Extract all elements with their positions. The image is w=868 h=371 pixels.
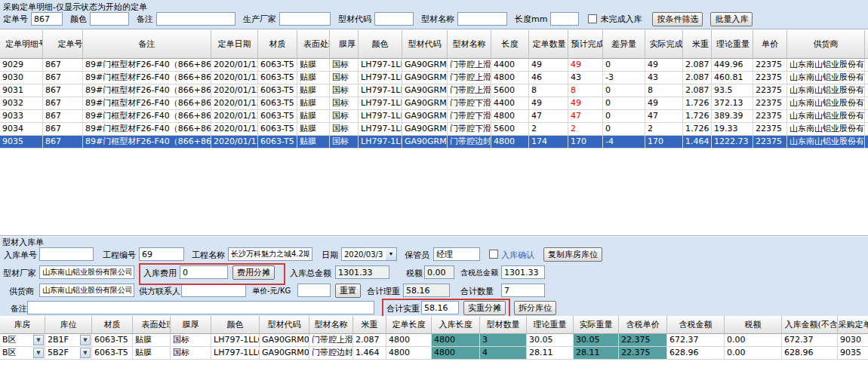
cell: 22375 (753, 72, 787, 84)
project-no-input[interactable] (139, 247, 184, 261)
column-header[interactable]: 材质 (92, 316, 133, 334)
column-header[interactable]: 供货商 (787, 30, 865, 59)
column-header[interactable]: 型材名称 (309, 316, 353, 334)
column-header[interactable]: 差异量 (603, 30, 645, 59)
column-header[interactable]: 型材名称 (448, 30, 491, 59)
filter-profile-name-label: 型材名称 (421, 14, 454, 25)
column-header[interactable]: 定单明细号 (0, 30, 43, 59)
cell: 22375 (753, 123, 787, 136)
table-row[interactable]: B区▼2B1F▼6063-T5贴膜国标LH797-1LL0GA90GRM03门带… (0, 334, 868, 347)
cell: 0 (603, 110, 645, 123)
actual-weight-total-input[interactable] (421, 301, 459, 314)
remark-input[interactable] (27, 301, 374, 314)
column-header[interactable]: 定单号 (43, 30, 83, 59)
table-row[interactable]: 903186789#门框型材F26-F40（866+867）2020/01/13… (0, 84, 868, 97)
filter-length-input[interactable] (550, 12, 579, 26)
table-row[interactable]: 903386789#门框型材F26-F40（866+867）2020/01/13… (0, 110, 868, 123)
total-count-input[interactable] (501, 284, 545, 297)
column-header[interactable]: 预计完成 (568, 30, 603, 59)
column-header[interactable]: 理论重量 (527, 316, 574, 334)
actual-weight-share-button[interactable]: 实重分摊 (463, 301, 506, 315)
cell: 1222.73 (712, 136, 753, 149)
table-row[interactable]: B区▼5B2F▼6063-T5贴膜国标LH797-1LL0GA90GRM05门带… (0, 347, 868, 360)
column-header[interactable]: 采购定单行号 (838, 316, 868, 334)
keeper-input[interactable] (433, 247, 480, 261)
unfinished-inbound-checkbox[interactable] (588, 14, 597, 23)
cell: 89#门框型材F26-F40（866+867） (83, 136, 211, 149)
column-header[interactable]: 米重 (683, 30, 712, 59)
cell: 0 (603, 59, 645, 72)
table-row[interactable]: 903286789#门框型材F26-F40（866+867）2020/01/13… (0, 97, 868, 110)
filter-remark-input[interactable] (156, 12, 235, 26)
fee-input[interactable] (180, 265, 228, 279)
column-header[interactable]: 材质 (258, 30, 297, 59)
tax-total-input[interactable] (501, 265, 545, 279)
inbound-form-row-4: 备注 合计实重 实重分摊 拆分库位 (0, 301, 868, 316)
project-name-input[interactable] (228, 247, 312, 261)
column-header[interactable]: 颜色 (359, 30, 402, 59)
column-header[interactable]: 型材数量 (480, 316, 527, 334)
column-header[interactable]: 膜厚 (171, 316, 211, 334)
table-row[interactable]: 903486789#门框型材F26-F40（866+867）2020/01/13… (0, 123, 868, 136)
column-header[interactable]: 型材代码 (402, 30, 448, 59)
column-header[interactable]: 单价 (753, 30, 787, 59)
column-header[interactable]: 实际重量 (574, 316, 619, 334)
split-location-button[interactable]: 拆分库位 (514, 301, 556, 315)
column-header[interactable]: 实际完成 (645, 30, 683, 59)
table-row[interactable]: 903086789#门框型材F26-F40（866+867）2020/01/13… (0, 72, 868, 84)
column-header[interactable]: 含税金额 (667, 316, 725, 334)
entry-no-input[interactable] (39, 247, 94, 261)
filter-order-no-input[interactable] (31, 12, 63, 26)
chevron-down-icon[interactable]: ▼ (33, 335, 44, 345)
filter-manufacturer-input[interactable] (279, 12, 331, 26)
table-row[interactable]: 902986789#门框型材F26-F40（866+867）2020/01/13… (0, 59, 868, 72)
column-header[interactable]: 米重 (353, 316, 386, 334)
column-header[interactable]: 入库长度 (432, 316, 480, 334)
cell: 门带腔上滑 (448, 59, 491, 72)
column-header[interactable]: 备注 (83, 30, 211, 59)
chevron-down-icon[interactable]: ▼ (80, 335, 91, 345)
cell: 460.81 (712, 72, 753, 84)
chevron-down-icon[interactable]: ▼ (33, 348, 44, 358)
column-header[interactable]: 定单数量 (529, 30, 568, 59)
column-header[interactable]: 膜厚 (330, 30, 359, 59)
supplier-input[interactable] (39, 284, 134, 297)
fee-share-button[interactable]: 费用分摊 (232, 265, 275, 280)
date-input[interactable] (341, 247, 386, 261)
filter-length-label: 长度mm (515, 14, 547, 25)
column-header[interactable]: 型材代码 (260, 316, 309, 334)
cell: 贴膜 (297, 97, 330, 110)
inbound-confirm-checkbox[interactable] (489, 250, 498, 259)
column-header[interactable]: 理论重量 (712, 30, 753, 59)
reset-button[interactable]: 重置 (335, 284, 361, 298)
column-header[interactable]: 库位 (45, 316, 92, 334)
cell: 2.087 (353, 334, 386, 347)
supplier-contact-input[interactable] (181, 284, 246, 297)
column-header[interactable]: 税额 (725, 316, 782, 334)
column-header[interactable]: 含税单价 (619, 316, 667, 334)
chevron-down-icon[interactable]: ▼ (80, 348, 91, 358)
copy-location-button[interactable]: 复制库房库位 (543, 247, 602, 262)
cell: 22.375 (619, 347, 667, 360)
cell: 47 (529, 110, 568, 123)
column-header[interactable]: 表面处理 (133, 316, 171, 334)
column-header[interactable]: 长度 (491, 30, 529, 59)
table-row[interactable]: 903586789#门框型材F26-F40（866+867）2020/01/13… (0, 136, 868, 149)
filter-profile-name-input[interactable] (457, 12, 507, 26)
cell: 19.33 (712, 123, 753, 136)
column-header[interactable]: 定单日期 (211, 30, 258, 59)
batch-inbound-button[interactable]: 批量入库 (710, 12, 753, 26)
unit-price-input[interactable] (297, 284, 331, 297)
column-header[interactable]: 定单长度 (386, 316, 432, 334)
filter-profile-code-input[interactable] (374, 12, 414, 26)
date-dropdown-button[interactable]: ▼ (386, 247, 397, 261)
column-header[interactable]: 表面处理 (297, 30, 330, 59)
column-header[interactable]: 入库金额(不含税) (782, 316, 838, 334)
supplier-label: 供货商 (9, 286, 34, 297)
filter-by-condition-button[interactable]: 按条件筛选 (652, 12, 703, 26)
column-header[interactable]: 库房 (0, 316, 45, 334)
factory-input[interactable] (39, 265, 134, 279)
filter-color-input[interactable] (90, 12, 129, 26)
order-grid-table: 定单明细号定单号备注定单日期材质表面处理膜厚颜色型材代码型材名称长度定单数量预计… (0, 30, 868, 149)
column-header[interactable]: 颜色 (211, 316, 260, 334)
